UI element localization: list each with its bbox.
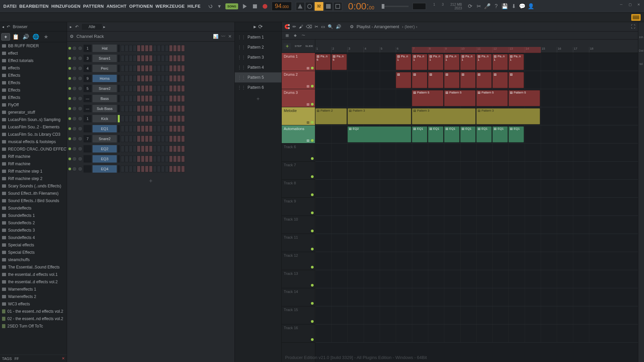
step-cell[interactable] <box>141 65 145 72</box>
step-cell[interactable] <box>137 156 141 162</box>
cr-filter-dropdown[interactable]: Alle <box>82 24 102 30</box>
channel-name-button[interactable]: Snare2 <box>93 135 117 142</box>
pattern-play-icon[interactable]: ▸ <box>254 23 256 30</box>
channel-name-button[interactable]: Horns <box>93 75 117 82</box>
browser-item[interactable]: Riff machine <box>0 153 67 160</box>
pl-draw-icon[interactable]: ✏ <box>292 24 296 29</box>
step-cell[interactable] <box>129 55 132 62</box>
step-cell[interactable] <box>157 135 161 142</box>
channel-select[interactable] <box>118 125 120 132</box>
step-cell[interactable] <box>177 125 181 132</box>
step-cell[interactable] <box>125 166 128 172</box>
browser-item[interactable]: generator_stuff <box>0 109 67 116</box>
step-cell[interactable] <box>181 115 185 122</box>
step-cell[interactable] <box>153 65 157 72</box>
step-cell[interactable] <box>173 125 177 132</box>
step-cell[interactable] <box>157 105 161 112</box>
clip[interactable]: ▤ <box>412 72 427 88</box>
step-cell[interactable] <box>121 125 124 132</box>
step-cell[interactable] <box>173 85 177 92</box>
clip[interactable]: ▤ Pattern 3 <box>347 108 411 124</box>
time-display[interactable]: 0:00:00 <box>348 1 374 12</box>
step-label[interactable]: STEP <box>294 45 302 48</box>
step-cell[interactable] <box>153 145 157 152</box>
track-lane[interactable] <box>315 180 638 198</box>
step-cell[interactable] <box>161 145 165 152</box>
track-lane[interactable] <box>315 252 638 270</box>
browser-item[interactable]: WC3 effects <box>0 300 67 308</box>
pattern-item[interactable]: ⋮⋮Pattern 4 <box>235 62 281 72</box>
step-cell[interactable] <box>133 125 137 132</box>
channel-select[interactable] <box>118 75 120 82</box>
channel-mixer-num[interactable] <box>84 155 92 163</box>
step-cell[interactable] <box>149 145 153 152</box>
step-cell[interactable] <box>169 166 173 172</box>
step-cell[interactable] <box>133 166 137 172</box>
channel-mute-led[interactable] <box>68 168 71 170</box>
cr-close-icon[interactable]: ✕ <box>228 34 232 39</box>
channel-mixer-num[interactable]: --- <box>84 95 92 102</box>
step-cell[interactable] <box>137 65 141 72</box>
step-cell[interactable] <box>181 55 185 62</box>
pattern-sync-icon[interactable]: ⟳ <box>258 23 263 30</box>
step-cell[interactable] <box>129 125 132 132</box>
clip[interactable]: ▤ Pa..n 1 <box>476 54 492 70</box>
browser-item[interactable]: the essential..d effects vol.2 <box>0 278 67 286</box>
browser-item[interactable]: RECORD CRAC..OUND EFFECT <box>0 145 67 153</box>
browser-back-icon[interactable]: ↶ <box>7 24 10 29</box>
pattern-item[interactable]: ⋮⋮Pattern 1 <box>235 32 281 42</box>
channel-select[interactable] <box>118 85 120 92</box>
pl-magnet-icon[interactable]: 🧲 <box>284 24 290 29</box>
channel-vol-knob[interactable] <box>78 116 83 121</box>
browser-item[interactable]: Scary Sounds (..unds Effects) <box>0 182 67 190</box>
step-cell[interactable] <box>129 166 132 172</box>
track-header[interactable]: Melodie▤ <box>282 107 315 125</box>
track-lane[interactable] <box>315 162 638 180</box>
loop-region[interactable] <box>412 47 541 53</box>
step-cell[interactable] <box>165 95 169 102</box>
browser-item[interactable]: Soundeffects 2 <box>0 219 67 227</box>
step-cell[interactable] <box>157 156 161 162</box>
step-cell[interactable] <box>145 105 149 112</box>
browser-item[interactable]: musical effects & footsteps <box>0 138 67 145</box>
track-header[interactable]: Track 15 <box>282 306 315 324</box>
step-cell[interactable] <box>145 55 149 62</box>
slide-label[interactable]: SLIDE <box>305 45 313 48</box>
track-mute-dot[interactable] <box>311 85 314 87</box>
step-cell[interactable] <box>133 85 137 92</box>
step-cell[interactable] <box>169 125 173 132</box>
browser-item[interactable]: LucasFilm So..ts Library CD3 <box>0 131 67 138</box>
step-cell[interactable] <box>157 75 161 82</box>
menu-hinzufügen[interactable]: HINZUFüGEN <box>50 4 82 9</box>
track-mute-dot[interactable] <box>311 302 314 305</box>
step-cell[interactable] <box>145 65 149 72</box>
step-cell[interactable] <box>133 145 137 152</box>
step-cell[interactable] <box>181 145 185 152</box>
channel-select[interactable] <box>118 155 120 163</box>
track-lane[interactable]: ▤ EQ2▤ EQ1▤ EQ1▤ EQ1▤ EQ1▤ EQ1▤ EQ1▤ EQ1 <box>315 125 638 143</box>
pl-options-icon[interactable]: ⚙ <box>350 24 354 29</box>
browser-item[interactable]: Warnereffects 1 <box>0 286 67 293</box>
browser-item[interactable]: 2SEO Turn Off ToTc <box>0 322 67 330</box>
step-cell[interactable] <box>153 166 157 172</box>
step-cell[interactable] <box>129 85 132 92</box>
user-icon[interactable]: 👤 <box>527 2 535 10</box>
browser-item[interactable]: Soundeffects 1 <box>0 212 67 219</box>
step-cell[interactable] <box>181 125 185 132</box>
browser-item[interactable]: the essential..d effects vol.1 <box>0 271 67 278</box>
browser-item[interactable]: Effect tutorials <box>0 57 67 64</box>
play-button[interactable] <box>240 2 250 11</box>
browser-item[interactable]: LucasFilm Soun..s) Sampling <box>0 116 67 123</box>
step-cell[interactable] <box>121 115 124 122</box>
browser-item[interactable]: 02 - the essent..nd effects vol.2 <box>0 315 67 322</box>
step-cell[interactable] <box>137 135 141 142</box>
step-cell[interactable] <box>125 75 128 82</box>
track-header[interactable]: Drums 3▤ <box>282 89 315 107</box>
clip[interactable]: ▤ Pattern 5 <box>508 90 540 106</box>
clip[interactable]: ▤ Pattern 3 <box>476 108 540 124</box>
clip[interactable]: ▤ EQ1 <box>444 126 460 142</box>
pl-add-marker-icon[interactable]: ◆ <box>292 33 299 39</box>
step-cell[interactable] <box>125 65 128 72</box>
step-cell[interactable] <box>161 55 165 62</box>
step-cell[interactable] <box>145 115 149 122</box>
